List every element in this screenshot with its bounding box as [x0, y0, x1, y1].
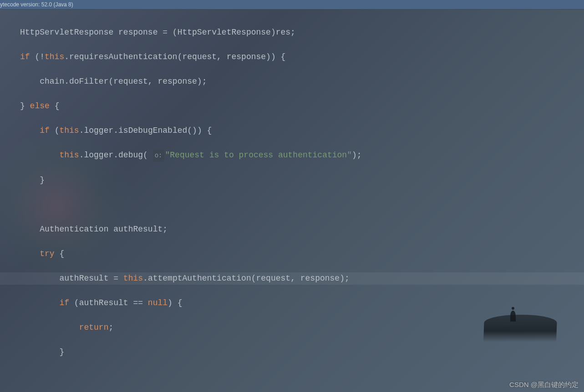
code-line[interactable]: if (this.logger.isDebugEnabled()) {: [20, 125, 584, 137]
keyword-if: if: [59, 298, 69, 307]
code-text: ) {: [168, 298, 182, 307]
code-line[interactable]: this.logger.debug( o:"Request is to proc…: [20, 149, 584, 162]
string-literal: "Request is to process authentication": [165, 151, 352, 160]
code-line[interactable]: }: [20, 174, 584, 186]
keyword-return: return: [79, 323, 109, 332]
editor-info-bar: ytecode version: 52.0 (Java 8): [0, 0, 584, 10]
keyword-try: try: [40, 249, 54, 258]
code-text: HttpServletResponse response = (HttpServ…: [20, 28, 295, 37]
code-editor[interactable]: HttpServletResponse response = (HttpServ…: [0, 10, 584, 392]
code-line[interactable]: }: [20, 346, 584, 358]
code-line[interactable]: Authentication authResult;: [20, 223, 584, 236]
code-text: .attemptAuthentication(request, response…: [143, 274, 350, 283]
code-line[interactable]: [20, 371, 584, 383]
code-text: );: [352, 151, 362, 160]
code-line[interactable]: HttpServletResponse response = (HttpServ…: [20, 26, 584, 39]
code-text: Authentication authResult;: [40, 225, 168, 234]
code-line[interactable]: return;: [20, 322, 584, 334]
code-line[interactable]: if (authResult == null) {: [20, 297, 584, 309]
code-text: (authResult ==: [69, 298, 148, 307]
keyword-this: this: [45, 52, 64, 61]
keyword-if: if: [20, 52, 30, 61]
code-text: }: [40, 176, 45, 185]
code-text: .logger.debug(: [79, 151, 148, 160]
keyword-this: this: [59, 151, 79, 160]
code-line[interactable]: [20, 199, 584, 211]
code-text: authResult =: [59, 274, 123, 283]
code-text: }: [20, 101, 30, 111]
keyword-else: else: [30, 101, 50, 111]
code-text: }: [59, 347, 64, 357]
code-text: ;: [108, 323, 113, 332]
code-text: (!: [30, 52, 45, 61]
code-text: chain.doFilter(request, response);: [20, 77, 207, 86]
code-text: {: [55, 249, 65, 258]
code-line[interactable]: try {: [20, 248, 584, 260]
code-line[interactable]: if (!this.requiresAuthentication(request…: [20, 51, 584, 63]
code-text: .logger.isDebugEnabled()) {: [79, 126, 212, 135]
code-text: .requiresAuthentication(request, respons…: [64, 52, 285, 61]
code-line[interactable]: } else {: [20, 100, 584, 112]
keyword-this: this: [59, 126, 79, 135]
keyword-if: if: [40, 126, 50, 135]
code-text: (: [50, 126, 60, 135]
code-line[interactable]: chain.doFilter(request, response);: [20, 75, 584, 88]
watermark-text: CSDN @黑白键的约定: [509, 381, 579, 389]
param-hint: o:: [153, 150, 164, 162]
bytecode-version-label: ytecode version: 52.0 (Java 8): [0, 1, 73, 8]
keyword-this: this: [123, 274, 143, 283]
keyword-null: null: [148, 298, 168, 307]
code-line-highlighted[interactable]: authResult = this.attemptAuthentication(…: [0, 272, 584, 285]
code-text: {: [50, 101, 60, 111]
